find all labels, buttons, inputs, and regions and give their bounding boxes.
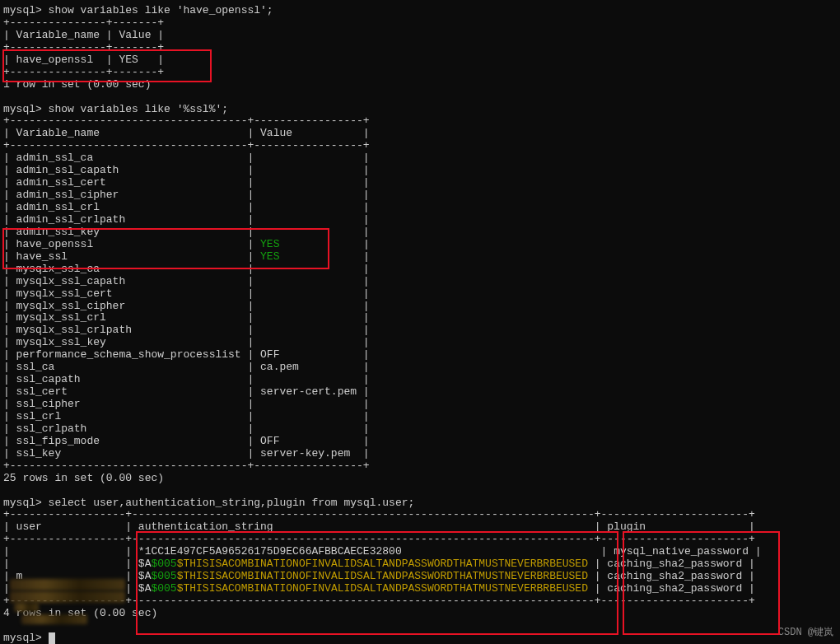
table-row: | have_openssl | YES | (3, 239, 837, 251)
redacted-username (14, 603, 39, 612)
table-row: | admin_ssl_cipher | | (3, 189, 837, 202)
table-row: | | *1CC1E497CF5A96526175D9EC66AFBBCAECE… (3, 546, 837, 558)
result-footer: 4 rows in set (0.00 sec) (3, 608, 837, 620)
table-header: | Variable_name | Value | (3, 128, 837, 140)
table-row: | performance_schema_show_processlist | … (3, 349, 837, 362)
table-border: +------------------+--------------------… (3, 595, 837, 608)
redacted-username (10, 579, 125, 590)
table-row: | ssl_cert | server-cert.pem | (3, 386, 837, 399)
table-header: | Variable_name | Value | (3, 30, 837, 42)
table-row: | ssl_cipher | | (3, 399, 837, 411)
table-row: | mysqlx_ssl_crlpath | | (3, 324, 837, 337)
watermark: CSDN @键岚 (778, 628, 833, 639)
table-row: | ssl_ca | ca.pem | (3, 362, 837, 374)
table-row: | admin_ssl_ca | | (3, 152, 837, 165)
table-row: | admin_ssl_crlpath | | (3, 214, 837, 226)
table-row: | mysqlx_ssl_crl | | (3, 312, 837, 324)
terminal-output[interactable]: mysql> show variables like 'have_openssl… (0, 0, 840, 644)
table-row: | have_openssl | YES | (3, 54, 837, 67)
table-row: | mysqlx_ssl_cert | | (3, 288, 837, 301)
table-row: | mysqlx_ssl_key | | (3, 337, 837, 349)
table-row: | m | $A$005$THISISACOMBINATIONOFINVALID… (3, 571, 837, 583)
redacted-username (10, 591, 125, 603)
cursor (49, 632, 55, 644)
table-border: +-------------------------------------+-… (3, 140, 837, 152)
prompt-line: mysql> select user,authentication_string… (3, 497, 837, 510)
table-row: | ssl_key | server-key.pem | (3, 448, 837, 460)
highlighted-value: YES (260, 238, 279, 250)
table-row: | mysqlx_ssl_ca | | (3, 264, 837, 276)
table-row: | admin_ssl_key | | (3, 226, 837, 239)
table-row: | mysqlx_ssl_capath | | (3, 276, 837, 288)
prompt-line: mysql> show variables like '%ssl%'; (3, 104, 837, 116)
table-row: | mysqlx_ssl_cipher | | (3, 301, 837, 313)
table-row: | ssl_capath | | (3, 374, 837, 386)
table-border: +------------------+--------------------… (3, 534, 837, 546)
table-row: | | $A$005$THISISACOMBINATIONOFINVALIDSA… (3, 558, 837, 571)
table-row: | ssl_fips_mode | OFF | (3, 436, 837, 448)
table-border: +-------------------------------------+-… (3, 115, 837, 128)
table-row: | ssl_crlpath | | (3, 423, 837, 436)
table-row: | have_ssl | YES | (3, 251, 837, 264)
redacted-username (21, 614, 87, 624)
result-footer: 25 rows in set (0.00 sec) (3, 473, 837, 485)
result-footer: 1 row in set (0.00 sec) (3, 79, 837, 91)
table-row: | admin_ssl_capath | | (3, 165, 837, 177)
table-border: +------------------+--------------------… (3, 509, 837, 521)
prompt-line: mysql> show variables like 'have_openssl… (3, 5, 837, 17)
table-row: | admin_ssl_cert | | (3, 177, 837, 189)
blank-line (3, 485, 837, 497)
table-row: | admin_ssl_crl | | (3, 202, 837, 214)
highlighted-value: YES (260, 250, 279, 263)
table-header: | user | authentication_string | plugin … (3, 521, 837, 534)
table-border: +-------------------------------------+-… (3, 460, 837, 473)
table-border: +---------------+-------+ (3, 17, 837, 30)
blank-line (3, 91, 837, 104)
blank-line (3, 620, 837, 632)
table-border: +---------------+-------+ (3, 67, 837, 79)
table-border: +---------------+-------+ (3, 42, 837, 54)
table-row: | ssl_crl | | (3, 411, 837, 423)
prompt-line[interactable]: mysql> (3, 632, 837, 644)
table-row: | | $A$005$THISISACOMBINATIONOFINVALIDSA… (3, 583, 837, 595)
